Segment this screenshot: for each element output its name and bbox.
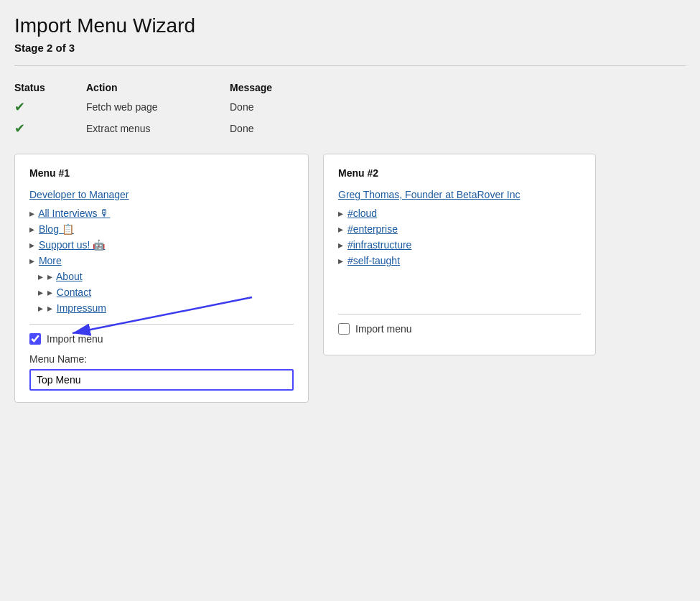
sub-bullet-icon: ▸ (47, 286, 52, 298)
menu1-item-link[interactable]: Contact (57, 286, 91, 298)
menu1-item-link[interactable]: More (39, 255, 62, 266)
menu2-item-link[interactable]: #cloud (347, 208, 377, 219)
col-header-message: Message (230, 79, 686, 96)
sub-bullet-icon: ▸ (47, 271, 52, 282)
message-cell-1: Done (230, 96, 686, 118)
table-row: ✔ Extract menus Done (14, 118, 686, 139)
list-item: ▸ Blog 📋 (29, 223, 294, 235)
menu-card-2: Menu #2 Greg Thomas, Founder at BetaRove… (323, 154, 596, 355)
list-item: ▸ #cloud (338, 208, 581, 219)
stage-label: Stage 2 of 3 (14, 42, 686, 54)
list-item: ▸ ▸ About (38, 271, 294, 282)
status-table: Status Action Message ✔ Fetch web page D… (14, 79, 686, 139)
menu1-import-row: Import menu (29, 333, 294, 345)
bullet-icon: ▸ (38, 302, 43, 314)
page-title: Import Menu Wizard (14, 14, 686, 37)
menu1-import-checkbox[interactable] (29, 333, 41, 345)
menu2-import-row: Import menu (338, 323, 581, 335)
page-container: Import Menu Wizard Stage 2 of 3 Status A… (14, 14, 686, 403)
list-item: ▸ #enterprise (338, 223, 581, 235)
menu1-item-link[interactable]: All Interviews 🎙 (38, 208, 110, 219)
bullet-icon: ▸ (38, 271, 43, 282)
header-divider (14, 65, 686, 66)
menu2-items-list: ▸ #cloud ▸ #enterprise ▸ #infrastructure… (338, 208, 581, 266)
status-checkmark-1: ✔ (14, 100, 25, 114)
bullet-icon: ▸ (338, 255, 343, 266)
menu1-title: Menu #1 (29, 167, 294, 179)
bullet-icon: ▸ (29, 223, 34, 235)
message-cell-2: Done (230, 118, 686, 139)
menu1-items-list: ▸ All Interviews 🎙 ▸ Blog 📋 ▸ Support us… (29, 208, 294, 314)
bullet-icon: ▸ (338, 239, 343, 251)
list-item: ▸ #infrastructure (338, 239, 581, 251)
menu2-divider (338, 314, 581, 315)
menu1-top-link[interactable]: Developer to Manager (29, 189, 294, 200)
col-header-action: Action (86, 79, 230, 96)
menu1-name-label: Menu Name: (29, 353, 294, 365)
list-item: ▸ #self-taught (338, 255, 581, 266)
bullet-icon: ▸ (38, 286, 43, 298)
bullet-icon: ▸ (29, 208, 34, 219)
action-cell-2: Extract menus (86, 118, 230, 139)
spacer (338, 276, 581, 305)
menu1-item-link[interactable]: Impressum (57, 302, 106, 314)
bullet-icon: ▸ (338, 208, 343, 219)
menu2-item-link[interactable]: #infrastructure (347, 239, 411, 251)
list-item: ▸ More (29, 255, 294, 266)
menu2-title: Menu #2 (338, 167, 581, 179)
menu-card-1-inner: Menu #1 Developer to Manager ▸ All Inter… (29, 167, 294, 391)
menu2-top-link[interactable]: Greg Thomas, Founder at BetaRover Inc (338, 189, 581, 200)
bullet-icon: ▸ (29, 239, 34, 251)
menu1-item-link[interactable]: About (56, 271, 83, 282)
bullet-icon: ▸ (29, 255, 34, 266)
menus-row: Menu #1 Developer to Manager ▸ All Inter… (14, 154, 686, 403)
list-item: ▸ All Interviews 🎙 (29, 208, 294, 219)
list-item: ▸ Support us! 🤖 (29, 239, 294, 251)
table-row: ✔ Fetch web page Done (14, 96, 686, 118)
menu1-divider (29, 324, 294, 325)
menu2-item-link[interactable]: #enterprise (347, 223, 398, 235)
menu2-item-link[interactable]: #self-taught (347, 255, 400, 266)
bullet-icon: ▸ (338, 223, 343, 235)
list-item: ▸ ▸ Contact (38, 286, 294, 298)
menu1-name-input[interactable] (29, 369, 294, 391)
status-checkmark-2: ✔ (14, 121, 25, 136)
col-header-status: Status (14, 79, 86, 96)
menu2-import-checkbox[interactable] (338, 323, 350, 335)
menu-card-1: Menu #1 Developer to Manager ▸ All Inter… (14, 154, 309, 403)
menu1-import-label[interactable]: Import menu (47, 333, 103, 345)
menu1-item-link[interactable]: Blog 📋 (39, 223, 74, 235)
action-cell-1: Fetch web page (86, 96, 230, 118)
sub-bullet-icon: ▸ (47, 302, 52, 314)
menu1-item-link[interactable]: Support us! 🤖 (39, 239, 106, 251)
menu2-import-label[interactable]: Import menu (355, 323, 412, 335)
list-item: ▸ ▸ Impressum (38, 302, 294, 314)
